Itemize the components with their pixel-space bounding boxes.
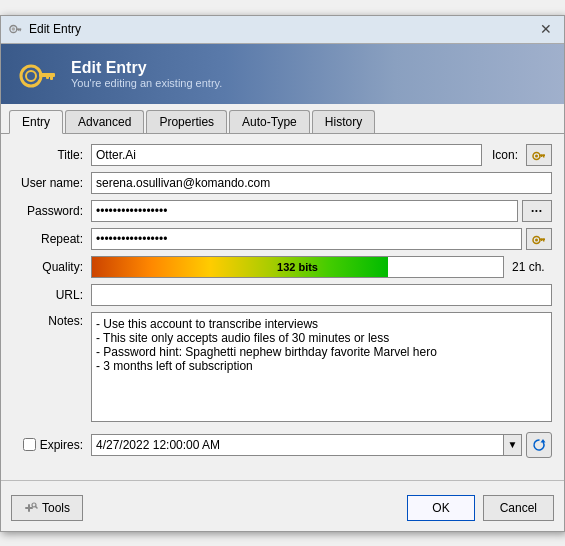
notes-textarea[interactable]: - Use this account to transcribe intervi… — [91, 312, 552, 422]
header-title: Edit Entry — [71, 59, 222, 77]
bottom-bar: Tools OK Cancel — [1, 489, 564, 531]
title-bar-text: Edit Entry — [29, 22, 81, 36]
url-label: URL: — [13, 288, 91, 302]
svg-rect-4 — [18, 29, 19, 31]
header-banner: Edit Entry You're editing an existing en… — [1, 44, 564, 104]
tab-auto-type[interactable]: Auto-Type — [229, 110, 310, 133]
tab-history[interactable]: History — [312, 110, 375, 133]
bottom-right-buttons: OK Cancel — [407, 495, 554, 521]
tools-button[interactable]: Tools — [11, 495, 83, 521]
app-icon — [9, 22, 23, 36]
cancel-button[interactable]: Cancel — [483, 495, 554, 521]
title-label: Title: — [13, 148, 91, 162]
icon-label: Icon: — [482, 148, 522, 162]
svg-line-24 — [35, 506, 37, 508]
svg-rect-3 — [20, 29, 21, 32]
expires-refresh-button[interactable] — [526, 432, 552, 458]
title-bar: Edit Entry ✕ — [1, 16, 564, 44]
svg-point-1 — [12, 27, 16, 31]
svg-point-6 — [26, 71, 36, 81]
svg-rect-14 — [541, 154, 543, 157]
header-subtitle: You're editing an existing entry. — [71, 77, 222, 89]
url-input[interactable] — [91, 284, 552, 306]
refresh-icon — [532, 438, 546, 452]
expires-checkbox-area: Expires: — [13, 438, 91, 452]
svg-rect-9 — [46, 74, 49, 79]
svg-rect-8 — [50, 74, 53, 80]
header-text: Edit Entry You're editing an existing en… — [71, 59, 222, 89]
svg-point-16 — [535, 238, 538, 241]
svg-rect-22 — [28, 504, 30, 512]
title-bar-left: Edit Entry — [9, 22, 81, 36]
svg-rect-18 — [543, 238, 545, 241]
tab-advanced[interactable]: Advanced — [65, 110, 144, 133]
title-input[interactable] — [91, 144, 482, 166]
divider — [1, 480, 564, 481]
notes-label: Notes: — [13, 312, 91, 328]
password-row: Password: ••• — [13, 200, 552, 222]
notes-row: Notes: - Use this account to transcribe … — [13, 312, 552, 422]
icon-button[interactable] — [526, 144, 552, 166]
quality-bar: 132 bits — [91, 256, 504, 278]
header-key-icon — [17, 54, 57, 94]
quality-text: 132 bits — [92, 257, 503, 277]
expires-input[interactable] — [91, 434, 504, 456]
password-input[interactable] — [91, 200, 518, 222]
tools-label: Tools — [42, 501, 70, 515]
expires-row: Expires: ▼ — [13, 428, 552, 458]
dots-icon: ••• — [531, 206, 542, 215]
quality-ch: 21 ch. — [512, 260, 552, 274]
username-input[interactable] — [91, 172, 552, 194]
repeat-input[interactable] — [91, 228, 522, 250]
url-row: URL: — [13, 284, 552, 306]
tabs-bar: Entry Advanced Properties Auto-Type Hist… — [1, 104, 564, 134]
svg-point-5 — [21, 66, 41, 86]
svg-rect-13 — [543, 154, 545, 157]
tab-properties[interactable]: Properties — [146, 110, 227, 133]
username-row: User name: — [13, 172, 552, 194]
svg-marker-20 — [541, 439, 546, 443]
svg-point-11 — [535, 154, 538, 157]
tools-icon — [24, 501, 38, 515]
form-area: Title: Icon: User name: Password: — [1, 134, 564, 476]
username-label: User name: — [13, 176, 91, 190]
close-button[interactable]: ✕ — [536, 19, 556, 39]
password-toggle-button[interactable]: ••• — [522, 200, 552, 222]
quality-label: Quality: — [13, 260, 91, 274]
ok-button[interactable]: OK — [407, 495, 474, 521]
expires-dropdown-button[interactable]: ▼ — [504, 434, 522, 456]
title-row: Title: Icon: — [13, 144, 552, 166]
repeat-row: Repeat: — [13, 228, 552, 250]
svg-rect-19 — [541, 238, 543, 241]
tab-entry[interactable]: Entry — [9, 110, 63, 134]
password-label: Password: — [13, 204, 91, 218]
quality-row: Quality: 132 bits 21 ch. — [13, 256, 552, 278]
repeat-icon-button[interactable] — [526, 228, 552, 250]
expires-checkbox[interactable] — [23, 438, 36, 451]
expires-label: Expires: — [40, 438, 83, 452]
repeat-label: Repeat: — [13, 232, 91, 246]
edit-entry-window: Edit Entry ✕ Edit Entry You're editing a… — [0, 15, 565, 532]
